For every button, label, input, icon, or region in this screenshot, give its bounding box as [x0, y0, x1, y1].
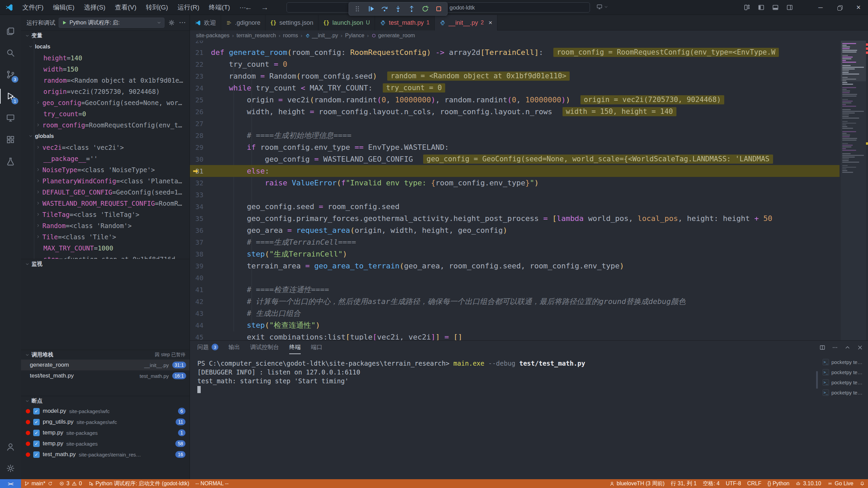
breakpoint-checkbox[interactable]: ✓	[33, 451, 40, 458]
code-line-30[interactable]: 30 geo_config = WASTELAND_GEO_CONFIGgeo_…	[190, 153, 840, 165]
code-line-20[interactable]: 20	[190, 41, 840, 46]
watch-header[interactable]: 监视	[21, 259, 190, 269]
code-line-43[interactable]: 43 # 生成出口组合	[190, 307, 840, 319]
variable-row[interactable]: random = <Random object at 0x1bf9d01e…	[21, 75, 190, 86]
activity-source-control[interactable]: 3	[0, 64, 21, 85]
status-item[interactable]	[856, 479, 868, 488]
back-arrow-icon[interactable]: ←	[245, 3, 252, 12]
tab-.gdignore[interactable]: .gdignore	[221, 15, 265, 30]
activity-accounts[interactable]	[0, 436, 21, 458]
gear-icon[interactable]	[168, 19, 175, 26]
code-line-26[interactable]: 26 width, height = room_config.layout.n_…	[190, 106, 840, 118]
variable-row[interactable]: vec2i = <class 'vec2i'>	[21, 142, 190, 153]
stop-button[interactable]	[433, 3, 445, 14]
variable-row[interactable]: height = 140	[21, 52, 190, 63]
code-editor[interactable]: 2021def generate_room(room_config: RoomR…	[190, 41, 868, 340]
code-line-29[interactable]: 29 if room_config.env_type == EnvType.WA…	[190, 141, 840, 153]
terminal-instance[interactable]: >_pocketpy te…	[820, 367, 868, 377]
code-line-35[interactable]: 35 geo_config.primary_forces.geothermal_…	[190, 212, 840, 224]
toggle-secondary-sidebar-icon[interactable]	[786, 4, 793, 11]
tab-__init__.py[interactable]: __init__.py2×	[435, 15, 497, 30]
status-item-UTF8[interactable]: UTF-8	[723, 479, 744, 488]
breakpoint-row[interactable]: ✓temp.pysite-packages1	[21, 427, 190, 438]
breakpoint-checkbox[interactable]: ✓	[33, 408, 40, 414]
breakpoint-row[interactable]: ✓temp.pysite-packages58	[21, 438, 190, 449]
status-item-Python[interactable]: {} Python	[765, 479, 793, 488]
minimap[interactable]	[841, 41, 866, 340]
toggle-sidebar-icon[interactable]	[757, 4, 765, 11]
breadcrumb-item[interactable]: Pylance	[345, 33, 364, 39]
terminal-instance[interactable]: >_pocketpy te…	[820, 357, 868, 367]
breakpoint-checkbox[interactable]: ✓	[33, 441, 40, 447]
menu-item[interactable]: 选择(S)	[80, 2, 110, 13]
activity-search[interactable]	[0, 42, 21, 64]
terminal-instance[interactable]: >_pocketpy te…	[820, 387, 868, 398]
code-line-44[interactable]: 44 step("检查连通性")	[190, 319, 840, 331]
chevron-right-icon[interactable]	[36, 201, 40, 205]
activity-settings[interactable]	[0, 458, 21, 479]
activity-extensions[interactable]	[0, 129, 21, 150]
breadcrumb-item[interactable]: terrain_research	[236, 33, 276, 39]
tab-launch.json[interactable]: {}launch.jsonU	[318, 15, 375, 30]
start-debug-icon[interactable]	[62, 20, 67, 25]
variable-row[interactable]: __package__ = ''	[21, 153, 190, 164]
terminal-output[interactable]: PS C:\computer_science\godot-ldtk\site-p…	[190, 354, 820, 479]
step-out-button[interactable]	[406, 3, 417, 14]
chevron-right-icon[interactable]	[36, 167, 40, 172]
tab-test_math.py[interactable]: test_math.py1	[375, 15, 435, 30]
terminal-instance[interactable]: >_pocketpy te…	[820, 377, 868, 387]
status-item-GoLive[interactable]: Go Live	[824, 479, 856, 488]
window-layout-dropdown[interactable]	[596, 3, 608, 10]
breakpoint-checkbox[interactable]: ✓	[33, 419, 40, 425]
code-line-37[interactable]: 37 # ====生成TerrainCell====	[190, 236, 840, 248]
chevron-right-icon[interactable]	[36, 100, 40, 105]
code-line-24[interactable]: 24 while try_count < MAX_TRY_COUNT:try_c…	[190, 82, 840, 94]
status-item-CRLF[interactable]: CRLF	[744, 479, 765, 488]
breadcrumb-item[interactable]: site-packages	[196, 33, 230, 39]
call-stack-header[interactable]: 调用堆栈 因 step 已暂停	[21, 350, 190, 360]
status-item-Pythongodotl[interactable]: Python 调试程序: 启动文件 (godot-ldtk)	[85, 479, 193, 488]
status-item-main[interactable]: main*	[21, 479, 56, 488]
status-item-311[interactable]: 行 31, 列 1	[668, 479, 699, 488]
activity-explorer[interactable]	[0, 20, 21, 42]
tab-[interactable]: 欢迎	[190, 15, 221, 30]
variables-header[interactable]: 变量	[21, 31, 190, 40]
variable-row[interactable]: Random = <class 'Random'>	[21, 220, 190, 231]
continue-button[interactable]	[365, 3, 377, 14]
step-into-button[interactable]	[392, 3, 404, 14]
variable-row[interactable]: stop = <function stop at 0x1bf8d716d…	[21, 253, 190, 259]
variable-row[interactable]: room_config = RoomRequestConfig(env_t…	[21, 119, 190, 130]
variable-row[interactable]: DEFAULT_GEO_CONFIG = GeoConfig(seed=1…	[21, 186, 190, 198]
breakpoints-header[interactable]: 断点	[21, 396, 190, 406]
close-panel-icon[interactable]	[857, 344, 863, 351]
remote-indicator[interactable]: ><	[0, 479, 21, 488]
activity-testing[interactable]	[0, 150, 21, 172]
status-item-4[interactable]: 空格: 4	[700, 479, 723, 488]
chevron-right-icon[interactable]	[36, 235, 40, 239]
code-line-36[interactable]: 36 geo_area = request_area(origin, width…	[190, 224, 840, 236]
stack-frame[interactable]: test/test_math.pytest_math.py16:1	[21, 370, 190, 381]
code-line-23[interactable]: 23 random = Random(room_config.seed)rand…	[190, 70, 840, 82]
variable-row[interactable]: try_count = 0	[21, 108, 190, 119]
activity-remote-explorer[interactable]	[0, 107, 21, 129]
terminal-scrollbar[interactable]	[816, 371, 818, 389]
forward-arrow-icon[interactable]: →	[261, 3, 269, 12]
panel-tab-调试控制台[interactable]: 调试控制台	[250, 341, 279, 354]
more-icon[interactable]	[832, 344, 838, 351]
activity-run-and-debug[interactable]: 1	[0, 85, 21, 107]
launch-config-picker[interactable]: Python 调试程序: 启:	[59, 18, 164, 28]
split-panel-icon[interactable]	[819, 344, 826, 351]
code-line-41[interactable]: 41 # ====检查连通性====	[190, 284, 840, 296]
code-line-34[interactable]: 34 geo_config.seed = room_config.seed	[190, 201, 840, 212]
close-button[interactable]: ×	[849, 0, 868, 15]
status-item-31010[interactable]: 3.10.10	[792, 479, 824, 488]
status-item-NORMAL[interactable]: -- NORMAL --	[192, 479, 232, 488]
code-line-28[interactable]: 28 # ====生成初始地理信息====	[190, 129, 840, 141]
code-line-42[interactable]: 42 # 计算每一个出口的中心，然后使用astar生成路径，确保每一个出口组合都…	[190, 296, 840, 307]
variable-row[interactable]: origin = vec2i(7205730, 9024468)	[21, 86, 190, 97]
code-line-33[interactable]: 33	[190, 189, 840, 201]
code-line-25[interactable]: 25 origin = vec2i(random.randint(0, 1000…	[190, 94, 840, 106]
code-line-27[interactable]: 27	[190, 118, 840, 129]
breakpoint-checkbox[interactable]: ✓	[33, 430, 40, 436]
code-line-40[interactable]: 40	[190, 272, 840, 284]
